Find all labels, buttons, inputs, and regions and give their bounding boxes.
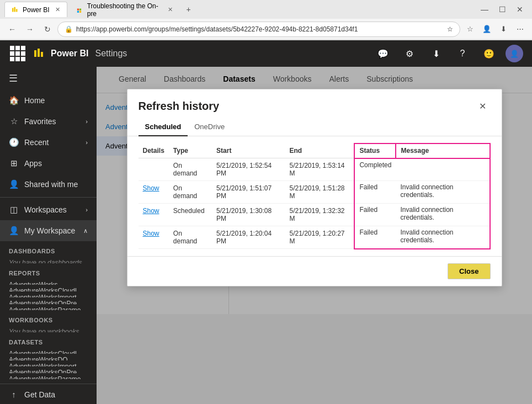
report-item-2[interactable]: AdventureWorksImport: [0, 291, 97, 297]
svg-rect-5: [77, 10, 79, 12]
svg-rect-0: [12, 8, 14, 12]
tab1-close[interactable]: ✕: [55, 6, 60, 13]
tab2-label: Troubleshooting the On-pre: [87, 2, 162, 18]
window-close-button[interactable]: ✕: [512, 2, 528, 17]
browser-chrome: Power BI ✕ Troubleshooting the On-pre ✕ …: [0, 0, 532, 40]
help-button[interactable]: ?: [453, 44, 472, 63]
report-item-4[interactable]: AdventureWorksParameterize...: [0, 304, 97, 310]
shared-icon: 👤: [9, 179, 19, 189]
dataset-item-4[interactable]: AdventureWorksParameterize...: [0, 373, 97, 379]
home-label: Home: [24, 96, 88, 105]
col-type: Type: [169, 143, 212, 158]
content-area: General Dashboards Datasets Workbooks Al…: [97, 67, 532, 404]
row3-details[interactable]: Show: [139, 226, 169, 249]
bookmark-star-button[interactable]: ☆: [462, 22, 478, 37]
download-app-button[interactable]: ⬇: [426, 44, 446, 63]
home-icon: 🏠: [9, 95, 19, 105]
col-status: Status: [354, 143, 396, 158]
close-button[interactable]: Close: [448, 263, 490, 279]
row0-end: 5/21/2019, 1:53:14 M: [285, 158, 354, 181]
main-layout: ☰ 🏠 Home ☆ Favorites › 🕐 Recent › ⊞ Apps…: [0, 67, 532, 404]
refresh-button[interactable]: ↻: [40, 22, 55, 37]
grid-icon: [10, 46, 25, 61]
sidebar-item-favorites[interactable]: ☆ Favorites ›: [0, 111, 97, 132]
modal-footer: Close: [127, 256, 502, 286]
row3-message: Invalid connection credentials.: [396, 226, 490, 249]
lock-icon: 🔒: [65, 25, 73, 33]
workbooks-section-label: WORKBOOKS: [0, 310, 97, 326]
sidebar-item-apps[interactable]: ⊞ Apps: [0, 153, 97, 174]
tab2[interactable]: Troubleshooting the On-pre ✕: [70, 2, 180, 17]
svg-rect-6: [79, 10, 81, 12]
svg-rect-2: [16, 9, 18, 12]
col-message: Message: [396, 143, 490, 158]
apps-icon: ⊞: [9, 158, 19, 168]
profile-button[interactable]: 👤: [479, 22, 494, 37]
report-item-3[interactable]: AdventureWorksOnPremAndC...: [0, 297, 97, 304]
minimize-button[interactable]: —: [477, 2, 492, 17]
row3-end: 5/21/2019, 1:20:27 M: [285, 226, 354, 249]
app-grid-button[interactable]: [9, 45, 26, 62]
myworkspace-icon: 👤: [9, 226, 19, 236]
row0-message: [396, 158, 490, 181]
address-bar[interactable]: 🔒 https://app.powerbi.com/groups/me/sett…: [57, 22, 460, 37]
modal-body: Details Type Start End Status Message: [127, 136, 502, 256]
logo-section: Power BI Settings: [33, 47, 127, 60]
report-item-0[interactable]: AdventureWorks: [0, 279, 97, 285]
row0-type: On demand: [169, 158, 212, 181]
settings-button[interactable]: ⚙: [400, 44, 419, 63]
dataset-item-3[interactable]: AdventureWorksOnPremAndC...: [0, 366, 97, 373]
modal-overlay: Refresh history ✕ Scheduled OneDrive Det…: [97, 67, 532, 404]
row2-details[interactable]: Show: [139, 204, 169, 226]
row1-details[interactable]: Show: [139, 181, 169, 204]
bookmark-icon: ☆: [447, 25, 453, 33]
svg-rect-1: [14, 7, 15, 12]
browser-nav: ← → ↻ 🔒 https://app.powerbi.com/groups/m…: [0, 19, 532, 40]
row0-status: Completed: [354, 158, 396, 181]
reports-section-label: REPORTS: [0, 263, 97, 279]
favorites-chevron: ›: [86, 118, 88, 125]
table-row-1: Show On demand 5/21/2019, 1:51:07 PM 5/2…: [139, 181, 490, 204]
table-header: Details Type Start End Status Message: [139, 143, 490, 158]
feedback-button[interactable]: 🙂: [479, 44, 499, 63]
active-tab[interactable]: Power BI ✕: [4, 2, 67, 17]
datasets-section-label: DATASETS: [0, 332, 97, 348]
sidebar-item-getdata[interactable]: ↑ Get Data: [0, 384, 97, 404]
user-avatar[interactable]: 👤: [506, 45, 523, 62]
row0-start: 5/21/2019, 1:52:54 PM: [212, 158, 285, 181]
table-row-0: On demand 5/21/2019, 1:52:54 PM 5/21/201…: [139, 158, 490, 181]
page-subtitle: Settings: [95, 49, 127, 59]
table-row-3: Show On demand 5/21/2019, 1:20:04 PM 5/2…: [139, 226, 490, 249]
download-button[interactable]: ⬇: [496, 22, 511, 37]
sidebar-item-shared[interactable]: 👤 Shared with me: [0, 174, 97, 195]
row2-message: Invalid connection credentials.: [396, 204, 490, 226]
tab2-close[interactable]: ✕: [168, 6, 173, 13]
dashboards-empty: You have no dashboards: [0, 257, 97, 263]
dataset-item-2[interactable]: AdventureWorksImport: [0, 360, 97, 366]
forward-button[interactable]: →: [22, 22, 38, 37]
modal-header: Refresh history ✕: [127, 89, 502, 118]
workspaces-chevron: ›: [86, 206, 88, 213]
sidebar-item-workspaces[interactable]: ◫ Workspaces ›: [0, 199, 97, 220]
table-row-2: Show Scheduled 5/21/2019, 1:30:08 PM 5/2…: [139, 204, 490, 226]
back-button[interactable]: ←: [4, 22, 20, 37]
workspaces-icon: ◫: [9, 205, 19, 215]
sidebar-item-recent[interactable]: 🕐 Recent ›: [0, 132, 97, 153]
row2-end: 5/21/2019, 1:32:32 M: [285, 204, 354, 226]
dataset-item-1[interactable]: AdventureWorksDQ: [0, 354, 97, 360]
row1-start: 5/21/2019, 1:51:07 PM: [212, 181, 285, 204]
svg-rect-4: [79, 8, 81, 10]
svg-rect-9: [41, 52, 43, 57]
sidebar-hamburger[interactable]: ☰: [0, 67, 97, 90]
modal-tab-onedrive[interactable]: OneDrive: [188, 118, 231, 136]
modal-tab-scheduled[interactable]: Scheduled: [139, 118, 188, 136]
sidebar-item-myworkspace[interactable]: 👤 My Workspace ∧: [0, 220, 97, 241]
report-item-1[interactable]: AdventureWorksCloudImport: [0, 285, 97, 291]
sidebar-item-home[interactable]: 🏠 Home: [0, 90, 97, 111]
maximize-button[interactable]: ☐: [494, 2, 510, 17]
new-tab-button[interactable]: +: [182, 3, 195, 16]
chat-button[interactable]: 💬: [373, 44, 393, 63]
dataset-item-0[interactable]: AdventureWorksCloudImport: [0, 348, 97, 354]
more-button[interactable]: ⋯: [512, 22, 528, 37]
modal-close-button[interactable]: ✕: [475, 98, 491, 114]
